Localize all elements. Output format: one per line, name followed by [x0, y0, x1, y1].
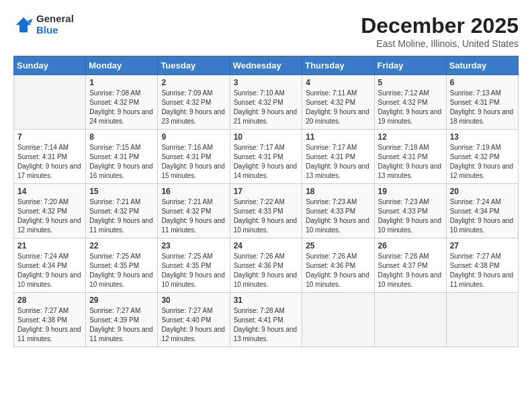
sunrise-text: Sunrise: 7:08 AM [89, 89, 140, 97]
day-number: 7 [17, 132, 82, 142]
sunset-text: Sunset: 4:36 PM [234, 262, 283, 269]
day-number: 28 [17, 295, 82, 305]
sunrise-text: Sunrise: 7:11 AM [306, 89, 357, 97]
daylight-text: Daylight: 9 hours and 15 minutes. [161, 163, 225, 179]
cell-info: Sunrise: 7:25 AM Sunset: 4:35 PM Dayligh… [161, 252, 226, 289]
cell-info: Sunrise: 7:15 AM Sunset: 4:31 PM Dayligh… [89, 143, 154, 181]
day-number: 13 [450, 132, 515, 142]
calendar-cell: 17 Sunrise: 7:22 AM Sunset: 4:33 PM Dayl… [230, 184, 302, 238]
cell-info: Sunrise: 7:22 AM Sunset: 4:33 PM Dayligh… [234, 197, 299, 235]
daylight-text: Daylight: 9 hours and 17 minutes. [17, 163, 81, 179]
sunset-text: Sunset: 4:33 PM [234, 208, 283, 215]
calendar-cell: 27 Sunrise: 7:27 AM Sunset: 4:38 PM Dayl… [446, 238, 518, 293]
logo-blue-text: Blue [36, 25, 74, 36]
daylight-text: Daylight: 9 hours and 10 minutes. [161, 271, 225, 288]
daylight-text: Daylight: 9 hours and 13 minutes. [234, 326, 298, 342]
daylight-text: Daylight: 9 hours and 13 minutes. [378, 163, 442, 179]
cell-info: Sunrise: 7:23 AM Sunset: 4:33 PM Dayligh… [378, 197, 443, 235]
sunrise-text: Sunrise: 7:22 AM [234, 198, 285, 205]
calendar-cell: 16 Sunrise: 7:21 AM Sunset: 4:32 PM Dayl… [158, 184, 230, 238]
sunrise-text: Sunrise: 7:19 AM [450, 144, 501, 151]
daylight-text: Daylight: 9 hours and 20 minutes. [306, 108, 369, 125]
calendar-cell [302, 293, 374, 347]
calendar-week-row: 28 Sunrise: 7:27 AM Sunset: 4:38 PM Dayl… [14, 293, 519, 347]
sunrise-text: Sunrise: 7:23 AM [306, 198, 357, 205]
daylight-text: Daylight: 9 hours and 14 minutes. [234, 163, 298, 179]
daylight-text: Daylight: 9 hours and 11 minutes. [17, 326, 81, 342]
calendar-cell: 12 Sunrise: 7:18 AM Sunset: 4:31 PM Dayl… [374, 130, 446, 184]
sunset-text: Sunset: 4:40 PM [161, 316, 211, 324]
daylight-text: Daylight: 9 hours and 10 minutes. [306, 271, 369, 288]
sunrise-text: Sunrise: 7:24 AM [17, 253, 69, 260]
sunset-text: Sunset: 4:32 PM [161, 208, 211, 215]
cell-info: Sunrise: 7:26 AM Sunset: 4:36 PM Dayligh… [234, 252, 299, 289]
cell-info: Sunrise: 7:14 AM Sunset: 4:31 PM Dayligh… [17, 143, 82, 181]
sunrise-text: Sunrise: 7:17 AM [234, 144, 285, 151]
sunset-text: Sunset: 4:31 PM [17, 153, 67, 161]
calendar-table: SundayMondayTuesdayWednesdayThursdayFrid… [13, 56, 519, 347]
day-number: 1 [89, 78, 154, 87]
sunset-text: Sunset: 4:37 PM [378, 262, 428, 269]
weekday-header: Wednesday [230, 56, 302, 75]
day-number: 9 [161, 132, 226, 142]
sunset-text: Sunset: 4:32 PM [89, 99, 139, 106]
calendar-cell: 3 Sunrise: 7:10 AM Sunset: 4:32 PM Dayli… [230, 75, 302, 130]
calendar-cell: 25 Sunrise: 7:26 AM Sunset: 4:36 PM Dayl… [302, 238, 374, 293]
weekday-header: Friday [374, 56, 446, 75]
sunset-text: Sunset: 4:31 PM [306, 153, 355, 161]
calendar-cell: 20 Sunrise: 7:24 AM Sunset: 4:34 PM Dayl… [446, 184, 518, 238]
cell-info: Sunrise: 7:18 AM Sunset: 4:31 PM Dayligh… [378, 143, 443, 181]
daylight-text: Daylight: 9 hours and 16 minutes. [89, 163, 153, 179]
daylight-text: Daylight: 9 hours and 11 minutes. [450, 271, 514, 288]
calendar-cell: 5 Sunrise: 7:12 AM Sunset: 4:32 PM Dayli… [374, 75, 446, 130]
cell-info: Sunrise: 7:10 AM Sunset: 4:32 PM Dayligh… [234, 89, 299, 126]
day-number: 19 [378, 187, 443, 196]
calendar-cell: 8 Sunrise: 7:15 AM Sunset: 4:31 PM Dayli… [86, 130, 158, 184]
sunset-text: Sunset: 4:33 PM [378, 208, 428, 215]
sunrise-text: Sunrise: 7:10 AM [234, 89, 285, 97]
cell-info: Sunrise: 7:11 AM Sunset: 4:32 PM Dayligh… [306, 89, 370, 126]
daylight-text: Daylight: 9 hours and 21 minutes. [234, 108, 298, 125]
sunrise-text: Sunrise: 7:17 AM [306, 144, 357, 151]
cell-info: Sunrise: 7:21 AM Sunset: 4:32 PM Dayligh… [89, 197, 154, 235]
sunset-text: Sunset: 4:31 PM [161, 153, 211, 161]
sunrise-text: Sunrise: 7:20 AM [17, 198, 69, 205]
title-section: December 2025 East Moline, Illinois, Uni… [361, 13, 519, 49]
sunrise-text: Sunrise: 7:26 AM [306, 253, 357, 260]
day-number: 4 [306, 78, 370, 87]
calendar-cell: 23 Sunrise: 7:25 AM Sunset: 4:35 PM Dayl… [158, 238, 230, 293]
sunset-text: Sunset: 4:35 PM [89, 262, 139, 269]
logo-icon [13, 15, 34, 35]
logo: General Blue [13, 13, 74, 36]
cell-info: Sunrise: 7:24 AM Sunset: 4:34 PM Dayligh… [450, 197, 515, 235]
sunrise-text: Sunrise: 7:26 AM [378, 253, 429, 260]
sunrise-text: Sunrise: 7:26 AM [234, 253, 285, 260]
daylight-text: Daylight: 9 hours and 12 minutes. [17, 217, 81, 234]
sunset-text: Sunset: 4:31 PM [89, 153, 139, 161]
day-number: 2 [161, 78, 226, 87]
daylight-text: Daylight: 9 hours and 24 minutes. [89, 108, 153, 125]
day-number: 21 [17, 241, 82, 250]
calendar-week-row: 21 Sunrise: 7:24 AM Sunset: 4:34 PM Dayl… [14, 238, 519, 293]
weekday-header: Monday [86, 56, 158, 75]
day-number: 18 [306, 187, 370, 196]
calendar-cell: 31 Sunrise: 7:28 AM Sunset: 4:41 PM Dayl… [230, 293, 302, 347]
page-header: General Blue December 2025 East Moline, … [13, 13, 519, 49]
calendar-cell: 15 Sunrise: 7:21 AM Sunset: 4:32 PM Dayl… [86, 184, 158, 238]
calendar-cell: 24 Sunrise: 7:26 AM Sunset: 4:36 PM Dayl… [230, 238, 302, 293]
sunset-text: Sunset: 4:38 PM [450, 262, 500, 269]
calendar-header-row: SundayMondayTuesdayWednesdayThursdayFrid… [14, 56, 519, 75]
calendar-cell: 18 Sunrise: 7:23 AM Sunset: 4:33 PM Dayl… [302, 184, 374, 238]
cell-info: Sunrise: 7:27 AM Sunset: 4:40 PM Dayligh… [161, 306, 226, 344]
calendar-cell: 26 Sunrise: 7:26 AM Sunset: 4:37 PM Dayl… [374, 238, 446, 293]
sunset-text: Sunset: 4:36 PM [306, 262, 355, 269]
daylight-text: Daylight: 9 hours and 11 minutes. [89, 326, 153, 342]
sunrise-text: Sunrise: 7:27 AM [89, 307, 140, 314]
cell-info: Sunrise: 7:17 AM Sunset: 4:31 PM Dayligh… [306, 143, 370, 181]
cell-info: Sunrise: 7:27 AM Sunset: 4:39 PM Dayligh… [89, 306, 154, 344]
sunset-text: Sunset: 4:32 PM [306, 99, 355, 106]
daylight-text: Daylight: 9 hours and 11 minutes. [161, 217, 225, 234]
sunrise-text: Sunrise: 7:27 AM [161, 307, 212, 314]
day-number: 11 [306, 132, 370, 142]
cell-info: Sunrise: 7:12 AM Sunset: 4:32 PM Dayligh… [378, 89, 443, 126]
